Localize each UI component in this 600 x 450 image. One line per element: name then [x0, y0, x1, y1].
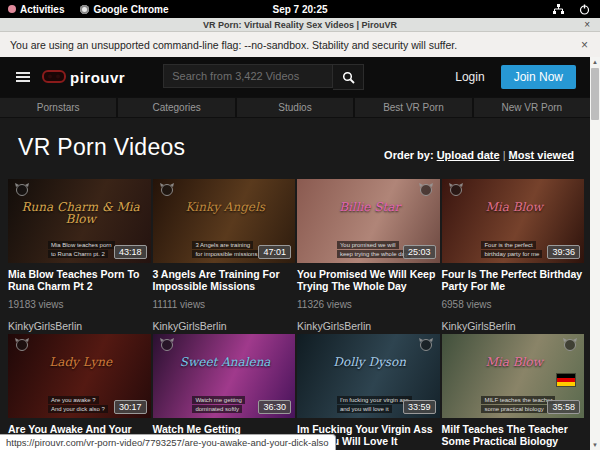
focused-app-label: Google Chrome — [93, 4, 168, 15]
studio-link[interactable]: KinkyGirlsBerlin — [442, 320, 585, 332]
video-card: Mia Blow MILF teaches the teachersome pr… — [442, 334, 585, 450]
video-card: Runa Charm & Mia Blow Mia Blow teaches p… — [8, 179, 151, 332]
thumbnail-model-name: Kinky Angels — [164, 201, 287, 214]
video-title[interactable]: Milf Teaches The Teacher Some Practical … — [442, 424, 585, 447]
studio-link[interactable]: KinkyGirlsBerlin — [153, 320, 296, 332]
thumbnail-model-name: Dolly Dyson — [308, 356, 431, 369]
web-page: pirouvr Login Join Now Pornstars Categor… — [0, 57, 590, 450]
duration-badge: 33:59 — [403, 400, 436, 414]
video-views: 11326 views — [297, 299, 440, 310]
search-icon — [342, 71, 355, 84]
video-title[interactable]: Mia Blow Teaches Porn To Runa Charm Pt 2 — [8, 269, 151, 292]
video-thumbnail[interactable]: Mia Blow Four is the perfectbirthday par… — [442, 179, 585, 263]
status-url-bubble: https://pirouvr.com/vr-porn-video/779325… — [0, 434, 336, 450]
german-flag — [556, 373, 576, 387]
thumbnail-caption: Mia Blow teaches pornto Runa Charm pt. 2 — [48, 241, 115, 258]
video-thumbnail[interactable]: Dolly Dyson I'm fucking your virgin assa… — [297, 334, 440, 418]
nav-item-studios[interactable]: Studios — [237, 98, 353, 117]
video-title[interactable]: 3 Angels Are Training For Impossible Mis… — [153, 269, 296, 292]
studio-watermark-cat-icon — [14, 338, 30, 351]
video-thumbnail[interactable]: Sweet Analena Watch me gettingdominated … — [153, 334, 296, 418]
menu-hamburger-icon[interactable] — [14, 70, 32, 84]
studio-watermark-cat-icon — [14, 183, 30, 196]
nav-item-pornstars[interactable]: Pornstars — [0, 98, 116, 117]
infobar-message: You are using an unsupported command-lin… — [10, 39, 457, 51]
video-views: 11111 views — [153, 299, 296, 310]
order-by: Order by: Upload date | Most viewed — [384, 149, 574, 161]
vr-goggles-icon — [42, 70, 66, 84]
video-title[interactable]: You Promised We Will Keep Trying The Who… — [297, 269, 440, 292]
order-by-label: Order by: — [384, 149, 434, 161]
video-card: Billie Star You promised we willkeep try… — [297, 179, 440, 332]
thumbnail-model-name: Billie Star — [308, 201, 431, 214]
duration-badge: 30:17 — [114, 400, 147, 414]
power-icon[interactable] — [579, 4, 590, 15]
thumbnail-model-name: Mia Blow — [453, 201, 576, 214]
login-button[interactable]: Login — [455, 70, 484, 84]
search-button[interactable] — [333, 64, 364, 90]
thumbnail-caption: MILF teaches the teachersome practical b… — [481, 396, 555, 413]
studio-watermark-cat-icon — [448, 183, 464, 196]
infobar-close-icon[interactable]: × — [581, 38, 588, 52]
network-icon[interactable] — [552, 4, 565, 15]
thumbnail-model-name: Sweet Analena — [164, 356, 287, 369]
site-logo[interactable]: pirouvr — [42, 69, 125, 86]
video-views: 19183 views — [8, 299, 151, 310]
scrollbar-thumb[interactable] — [591, 68, 599, 120]
order-link-most-viewed[interactable]: Most viewed — [509, 149, 574, 161]
thumbnail-caption: You promised we willkeep trying the whol… — [337, 241, 411, 258]
search-input[interactable] — [163, 64, 333, 88]
thumbnail-model-name: Runa Charm & Mia Blow — [19, 201, 142, 226]
thumbnail-caption: Four is the perfectbirthday party for me — [481, 241, 542, 258]
video-card: Dolly Dyson I'm fucking your virgin assa… — [297, 334, 440, 450]
video-grid: Runa Charm & Mia Blow Mia Blow teaches p… — [0, 175, 590, 450]
tab-title[interactable]: VR Porn: Virtual Reality Sex Videos | Pi… — [0, 20, 600, 30]
chrome-icon — [80, 5, 89, 14]
thumbnail-caption: Watch me gettingdominated softly — [192, 396, 244, 413]
browser-tab-strip: VR Porn: Virtual Reality Sex Videos | Pi… — [0, 18, 600, 32]
video-thumbnail[interactable]: Billie Star You promised we willkeep try… — [297, 179, 440, 263]
page-title: VR Porn Videos — [18, 134, 185, 161]
main-nav: Pornstars Categories Studios Best VR Por… — [0, 97, 590, 118]
order-link-upload-date[interactable]: Upload date — [437, 149, 500, 161]
video-card: Lady Lyne Are you awake ?And your dick a… — [8, 334, 151, 450]
duration-badge: 36:30 — [258, 400, 291, 414]
video-thumbnail[interactable]: Mia Blow MILF teaches the teachersome pr… — [442, 334, 585, 418]
chrome-infobar: You are using an unsupported command-lin… — [0, 32, 600, 59]
recording-indicator-icon — [8, 5, 16, 13]
studio-watermark-cat-icon — [159, 338, 175, 351]
thumbnail-model-name: Lady Lyne — [19, 356, 142, 369]
nav-item-best-vr[interactable]: Best VR Porn — [355, 98, 471, 117]
video-thumbnail[interactable]: Kinky Angels 3 Angels are trainingfor im… — [153, 179, 296, 263]
studio-watermark-cat-icon — [562, 338, 578, 351]
nav-item-new-vr[interactable]: New VR Porn — [474, 98, 590, 117]
studio-link[interactable]: KinkyGirlsBerlin — [8, 320, 151, 332]
video-views: 6958 views — [442, 299, 585, 310]
site-header: pirouvr Login Join Now — [0, 57, 590, 97]
tab-close-icon[interactable]: × — [584, 18, 590, 31]
studio-link[interactable]: KinkyGirlsBerlin — [297, 320, 440, 332]
page-scrollbar[interactable]: ▲ ▼ — [590, 57, 600, 450]
video-thumbnail[interactable]: Runa Charm & Mia Blow Mia Blow teaches p… — [8, 179, 151, 263]
video-card: Sweet Analena Watch me gettingdominated … — [153, 334, 296, 450]
video-thumbnail[interactable]: Lady Lyne Are you awake ?And your dick a… — [8, 334, 151, 418]
activities-button[interactable]: Activities — [0, 4, 72, 15]
scroll-up-icon[interactable]: ▲ — [592, 57, 598, 67]
studio-watermark-cat-icon — [418, 338, 434, 351]
scroll-down-icon[interactable]: ▼ — [592, 440, 598, 450]
gnome-top-bar: Activities Google Chrome Sep 7 20:25 — [0, 0, 600, 18]
video-card: Kinky Angels 3 Angels are trainingfor im… — [153, 179, 296, 332]
site-logo-text: pirouvr — [70, 69, 125, 86]
nav-item-categories[interactable]: Categories — [118, 98, 234, 117]
duration-badge: 25:03 — [403, 245, 436, 259]
search-bar — [163, 64, 364, 90]
duration-badge: 39:36 — [547, 245, 580, 259]
duration-badge: 35:58 — [547, 400, 580, 414]
thumbnail-caption: 3 Angels are trainingfor impossible miss… — [192, 241, 260, 258]
join-now-button[interactable]: Join Now — [501, 65, 576, 89]
duration-badge: 43:18 — [114, 245, 147, 259]
focused-app-menu[interactable]: Google Chrome — [72, 4, 176, 15]
video-title[interactable]: Four Is The Perfect Birthday Party For M… — [442, 269, 585, 292]
studio-watermark-cat-icon — [418, 183, 434, 196]
video-card: Mia Blow Four is the perfectbirthday par… — [442, 179, 585, 332]
